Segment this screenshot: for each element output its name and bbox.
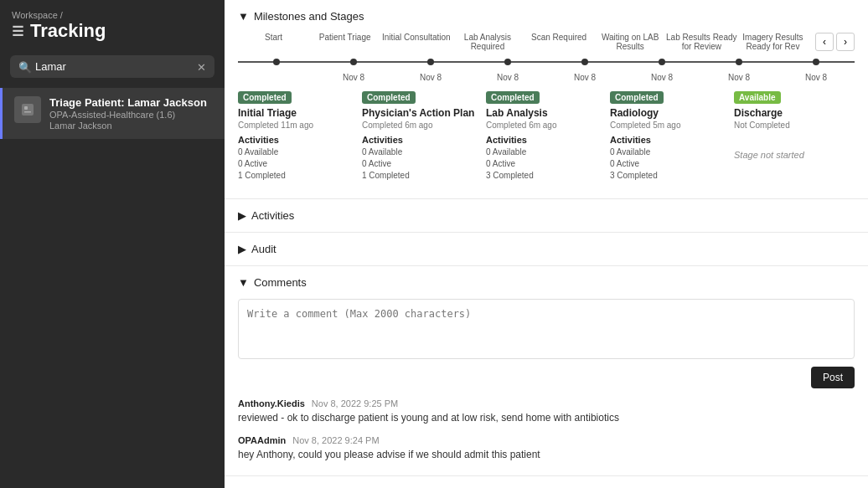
- col-header-start: Start: [238, 33, 309, 51]
- patient-sub: Lamar Jackson: [49, 121, 213, 131]
- milestone-sub-3: Completed 5m ago: [610, 121, 727, 130]
- activities-stat-3: 0 Available 0 Active 3 Completed: [610, 146, 727, 182]
- timeline-nav: ‹ ›: [815, 33, 855, 51]
- patient-list-item[interactable]: Triage Patient: Lamar Jackson OPA-Assist…: [0, 88, 225, 139]
- patient-org: OPA-Assisted-Healthcare (1.6): [49, 110, 213, 120]
- documents-section: ▶ Documents: [225, 476, 868, 488]
- milestone-badge-2: Completed: [486, 91, 540, 104]
- comment-meta-1: OPAAdmin Nov 8, 2022 9:24 PM: [238, 435, 855, 445]
- activities-stat-1: 0 Available 0 Active 1 Completed: [362, 146, 479, 182]
- patient-list: Triage Patient: Lamar Jackson OPA-Assist…: [0, 85, 225, 488]
- sidebar-header: Workspace / ☰ Tracking: [0, 0, 225, 49]
- dates-row: Nov 8 Nov 8 Nov 8 Nov 8 Nov 8 Nov 8 Nov …: [238, 73, 855, 82]
- hamburger-icon[interactable]: ☰: [12, 23, 23, 39]
- svg-rect-2: [24, 111, 31, 113]
- milestones-body: Start Patient Triage Initial Consultatio…: [225, 33, 868, 198]
- col-header-1: Patient Triage: [309, 33, 380, 51]
- col-header-6: Lab Results Ready for Review: [666, 33, 737, 51]
- comment-author-1: OPAAdmin: [238, 435, 286, 445]
- app-title: ☰ Tracking: [12, 20, 213, 42]
- search-icon: 🔍: [18, 60, 32, 73]
- comments-title: Comments: [254, 276, 307, 289]
- activities-title: Activities: [251, 209, 294, 222]
- patient-name: Triage Patient: Lamar Jackson: [49, 96, 213, 109]
- col-header-5: Waiting on LAB Results: [595, 33, 666, 51]
- audit-header[interactable]: ▶ Audit: [225, 233, 868, 265]
- milestone-sub-1: Completed 6m ago: [362, 121, 479, 130]
- comment-author-0: Anthony.Kiedis: [238, 398, 305, 408]
- comments-body: Post Anthony.Kiedis Nov 8, 2022 9:25 PM …: [225, 299, 868, 475]
- post-btn-row: Post: [238, 367, 855, 388]
- col-header-3: Lab Analysis Required: [452, 33, 523, 51]
- milestones-chevron: ▼: [238, 10, 249, 23]
- comments-chevron: ▼: [238, 276, 249, 289]
- date-4: Nov 8: [546, 73, 623, 82]
- milestone-badge-3: Completed: [610, 91, 664, 104]
- date-0: [238, 73, 315, 82]
- col-header-2: Initial Consultation: [380, 33, 452, 51]
- patient-icon: [14, 96, 41, 123]
- audit-title: Audit: [251, 243, 276, 255]
- post-button[interactable]: Post: [811, 367, 855, 388]
- milestone-sub-4: Not Completed: [734, 121, 851, 130]
- dot-3: [504, 59, 511, 65]
- milestones-section: ▼ Milestones and Stages Start Patient Tr…: [225, 0, 868, 199]
- date-6: Nov 8: [700, 73, 778, 82]
- activities-section: ▶ Activities: [225, 199, 868, 233]
- milestone-card-2: Completed Lab Analysis Completed 6m ago …: [486, 90, 603, 182]
- date-3: Nov 8: [469, 73, 546, 82]
- milestone-title-4: Discharge: [734, 107, 851, 119]
- milestones-grid: Completed Initial Triage Completed 11m a…: [238, 90, 855, 185]
- date-7: Nov 8: [778, 73, 855, 82]
- comment-time-0: Nov 8, 2022 9:25 PM: [312, 398, 398, 408]
- main-scroll: ▼ Milestones and Stages Start Patient Tr…: [225, 0, 868, 488]
- audit-section: ▶ Audit: [225, 233, 868, 266]
- search-bar: 🔍 ✕: [0, 49, 225, 85]
- dot-7: [813, 59, 819, 65]
- timeline-dots: [238, 59, 855, 65]
- milestone-title-2: Lab Analysis: [486, 107, 603, 119]
- search-input[interactable]: [10, 55, 214, 78]
- activities-stat-0: 0 Available 0 Active 1 Completed: [238, 146, 355, 182]
- milestones-header[interactable]: ▼ Milestones and Stages: [225, 0, 868, 33]
- comment-entry-1: OPAAdmin Nov 8, 2022 9:24 PM hey Anthony…: [238, 435, 855, 462]
- activities-label-0: Activities: [238, 135, 355, 145]
- dot-5: [659, 59, 665, 65]
- dot-4: [581, 59, 588, 65]
- milestone-title-3: Radiology: [610, 107, 727, 119]
- timeline-track: [238, 54, 855, 69]
- comment-meta-0: Anthony.Kiedis Nov 8, 2022 9:25 PM: [238, 398, 855, 408]
- documents-header[interactable]: ▶ Documents: [225, 476, 868, 488]
- comments-section: ▼ Comments Post Anthony.Kiedis Nov 8, 20…: [225, 266, 868, 476]
- milestone-title-1: Physician's Action Plan: [362, 107, 479, 119]
- activities-header[interactable]: ▶ Activities: [225, 199, 868, 232]
- activities-stat-2: 0 Available 0 Active 3 Completed: [486, 146, 603, 182]
- stage-not-started: Stage not started: [734, 150, 851, 160]
- date-1: Nov 8: [315, 73, 392, 82]
- comments-header[interactable]: ▼ Comments: [225, 266, 868, 299]
- main-content: ▼ Milestones and Stages Start Patient Tr…: [225, 0, 868, 488]
- milestone-card-0: Completed Initial Triage Completed 11m a…: [238, 90, 355, 182]
- date-5: Nov 8: [623, 73, 700, 82]
- milestone-badge-4: Available: [734, 91, 781, 104]
- milestone-sub-2: Completed 6m ago: [486, 121, 603, 130]
- activities-chevron: ▶: [238, 209, 246, 222]
- svg-rect-0: [22, 104, 34, 116]
- col-headers: Start Patient Triage Initial Consultatio…: [238, 33, 809, 51]
- workspace-label: Workspace /: [12, 10, 213, 20]
- col-header-7: Imagery Results Ready for Rev: [737, 33, 809, 51]
- milestone-badge-0: Completed: [238, 91, 292, 104]
- activities-label-2: Activities: [486, 135, 603, 145]
- timeline-next-btn[interactable]: ›: [836, 33, 855, 51]
- comment-text-0: reviewed - ok to discharge patient is yo…: [238, 410, 855, 425]
- clear-icon[interactable]: ✕: [197, 60, 206, 73]
- milestone-card-3: Completed Radiology Completed 5m ago Act…: [610, 90, 727, 182]
- comment-text-1: hey Anthony, could you please advise if …: [238, 447, 855, 462]
- activities-label-3: Activities: [610, 135, 727, 145]
- comment-textarea[interactable]: [238, 299, 855, 359]
- dot-2: [427, 59, 434, 65]
- timeline-prev-btn[interactable]: ‹: [815, 33, 834, 51]
- activities-label-1: Activities: [362, 135, 479, 145]
- patient-info: Triage Patient: Lamar Jackson OPA-Assist…: [49, 96, 213, 131]
- col-header-4: Scan Required: [524, 33, 595, 51]
